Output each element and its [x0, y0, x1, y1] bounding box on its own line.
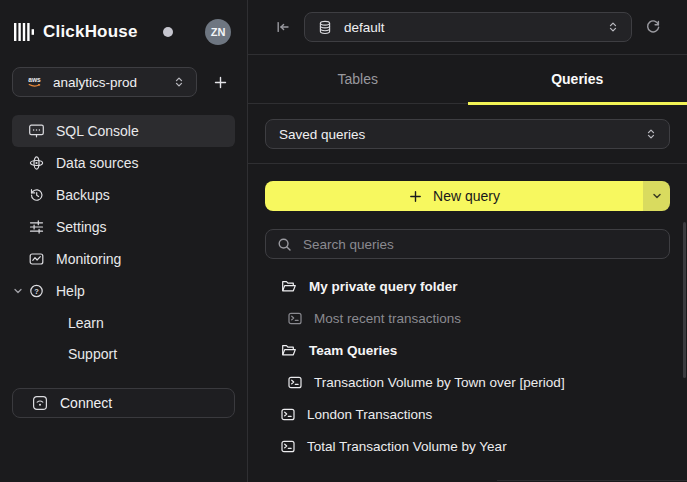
sidebar-subitem-label: Support: [68, 346, 117, 362]
chevron-sort-icon: [644, 127, 658, 141]
service-selector-value: analytics-prod: [53, 75, 162, 90]
data-sources-icon: [28, 155, 45, 171]
new-query-split-button: New query: [265, 181, 670, 211]
folder-open-icon: [281, 343, 297, 357]
search-icon: [277, 237, 292, 252]
sidebar-header: ClickHouse ZN: [0, 0, 247, 54]
sidebar-item-sql-console[interactable]: SQL Console: [12, 115, 235, 147]
plus-icon: [408, 189, 423, 204]
sidebar-item-label: Monitoring: [56, 251, 121, 267]
new-query-button-label: New query: [433, 188, 500, 204]
sidebar-nav: SQL Console Data sources: [0, 115, 247, 369]
query-label: Total Transaction Volume by Year: [307, 439, 507, 454]
clickhouse-app-window: ClickHouse ZN aws analytics-prod: [0, 0, 687, 482]
query-folder-row[interactable]: My private query folder: [265, 270, 670, 302]
svg-text:aws: aws: [28, 76, 41, 83]
query-row[interactable]: London Transactions: [265, 398, 670, 430]
query-row[interactable]: Total Transaction Volume by Year: [265, 430, 670, 462]
chevron-sort-icon: [606, 20, 620, 34]
scrollbar[interactable]: [683, 222, 686, 378]
refresh-icon[interactable]: [645, 19, 661, 35]
tab-label: Queries: [551, 71, 603, 87]
sidebar: ClickHouse ZN aws analytics-prod: [0, 0, 248, 482]
panel-tabs: Tables Queries: [248, 55, 687, 104]
clickhouse-logo-icon: [14, 23, 34, 41]
search-queries-input[interactable]: [301, 236, 658, 253]
monitoring-icon: [28, 251, 45, 267]
connect-button[interactable]: Connect: [12, 388, 235, 418]
query-terminal-icon: [281, 408, 295, 421]
sql-console-icon: [28, 123, 45, 139]
sidebar-item-settings[interactable]: Settings: [12, 211, 235, 243]
sidebar-subitem-label: Learn: [68, 315, 104, 331]
panel-topbar: default: [248, 0, 687, 55]
service-selector-row: aws analytics-prod: [0, 54, 247, 97]
database-selector-value: default: [344, 20, 594, 35]
backups-icon: [28, 187, 45, 203]
query-label: London Transactions: [307, 407, 432, 422]
brand-title: ClickHouse: [43, 22, 138, 42]
query-folder-row[interactable]: Team Queries: [265, 334, 670, 366]
query-row[interactable]: Transaction Volume by Town over [period]: [265, 366, 670, 398]
service-selector[interactable]: aws analytics-prod: [12, 67, 197, 97]
bottom-divider: [497, 480, 687, 481]
query-folder-label: My private query folder: [309, 279, 458, 294]
connect-button-label: Connect: [60, 395, 112, 411]
status-dot-icon: [163, 27, 173, 37]
collapse-left-icon[interactable]: [275, 19, 291, 35]
sidebar-item-label: Data sources: [56, 155, 138, 171]
search-queries-box: [265, 229, 670, 259]
saved-queries-tree: My private query folder Most recent tran…: [265, 270, 670, 462]
query-terminal-icon: [281, 440, 295, 453]
query-folder-label: Team Queries: [309, 343, 397, 358]
saved-queries-dropdown-value: Saved queries: [279, 127, 644, 142]
sidebar-item-label: SQL Console: [56, 123, 139, 139]
chevron-down-icon[interactable]: [13, 286, 23, 296]
queries-tab-content: Saved queries New query: [248, 104, 687, 482]
sidebar-item-data-sources[interactable]: Data sources: [12, 147, 235, 179]
sidebar-item-learn[interactable]: Learn: [12, 307, 235, 338]
query-row[interactable]: Most recent transactions: [265, 302, 670, 334]
settings-sliders-icon: [28, 219, 45, 235]
tab-queries[interactable]: Queries: [468, 55, 687, 103]
query-label: Most recent transactions: [314, 311, 461, 326]
query-label: Transaction Volume by Town over [period]: [314, 375, 565, 390]
query-terminal-icon: [288, 312, 302, 325]
sidebar-item-support[interactable]: Support: [12, 338, 235, 369]
tab-label: Tables: [338, 71, 378, 87]
sidebar-item-label: Settings: [56, 219, 107, 235]
folder-open-icon: [281, 279, 297, 293]
sidebar-item-label: Backups: [56, 187, 110, 203]
right-panel: default Tables Queries: [248, 0, 687, 482]
svg-text:?: ?: [34, 287, 39, 296]
database-icon: [318, 20, 332, 35]
new-query-button[interactable]: New query: [265, 181, 643, 211]
section-divider: [248, 163, 687, 164]
saved-queries-dropdown[interactable]: Saved queries: [265, 119, 670, 149]
connect-icon: [32, 395, 48, 411]
help-icon: ?: [28, 283, 45, 299]
new-query-options-button[interactable]: [643, 181, 670, 211]
chevron-down-icon: [651, 190, 663, 202]
chevron-sort-icon: [172, 75, 186, 89]
database-selector[interactable]: default: [304, 12, 632, 42]
sidebar-item-label: Help: [56, 283, 85, 299]
sidebar-item-backups[interactable]: Backups: [12, 179, 235, 211]
sidebar-item-monitoring[interactable]: Monitoring: [12, 243, 235, 275]
avatar[interactable]: ZN: [205, 19, 231, 45]
aws-icon: aws: [26, 76, 43, 89]
query-terminal-icon: [288, 376, 302, 389]
sidebar-item-help[interactable]: ? Help: [12, 275, 235, 307]
tab-tables[interactable]: Tables: [248, 55, 468, 103]
add-service-button[interactable]: [208, 70, 232, 94]
